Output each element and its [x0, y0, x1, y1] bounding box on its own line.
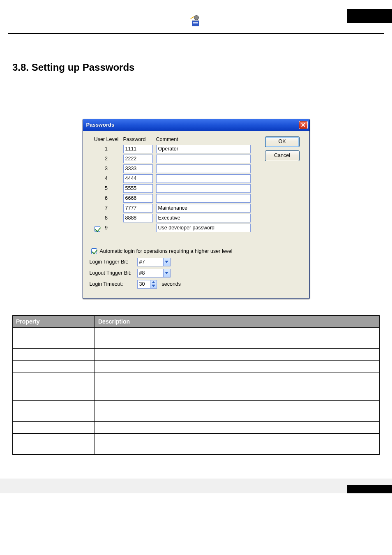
close-icon[interactable] [299, 121, 308, 129]
header-rule [8, 33, 384, 34]
comment-input[interactable] [156, 145, 251, 153]
user-level-label: 4 [105, 176, 108, 181]
password-input[interactable] [123, 174, 153, 183]
col-password: Password [123, 136, 156, 142]
logout-trigger-input[interactable] [137, 269, 164, 278]
prop-name: Password [16, 330, 41, 337]
password-row: 7 [90, 204, 259, 213]
comment-input[interactable] [156, 184, 251, 193]
col-comment: Comment [156, 136, 259, 142]
password-input[interactable] [123, 145, 153, 153]
password-input[interactable] [123, 214, 153, 222]
svg-marker-0 [165, 261, 168, 263]
prop-desc: Check this option so the Password keypad… [98, 375, 369, 390]
prop-desc: If the keypad is set to time-out, it wil… [98, 437, 374, 451]
table-row: Login Trigger Bit The panel sets this bi… [13, 401, 380, 422]
password-row: 1 [90, 145, 259, 153]
prop-name: 9 [16, 363, 19, 370]
intro-paragraph: Select Passwords in Panel menu or click … [12, 86, 380, 111]
comment-input[interactable] [156, 194, 251, 203]
dialog-title: Passwords [86, 122, 115, 128]
password-input[interactable] [123, 155, 153, 163]
prop-desc: The panel sets this bit to 1 when it cha… [98, 424, 332, 431]
user-level-label: 8 [105, 215, 108, 221]
user-level-label: 6 [105, 195, 108, 201]
ok-button[interactable]: OK [265, 136, 300, 147]
login-trigger-input[interactable] [137, 258, 164, 266]
user-level-label: 2 [105, 156, 108, 162]
page-number: 3-44 [190, 483, 202, 489]
seconds-label: seconds [162, 281, 181, 287]
comment-input[interactable] [156, 214, 251, 222]
prop-name: Login Trigger Bit [16, 403, 58, 410]
comment-input[interactable] [156, 204, 251, 213]
auto-login-checkbox[interactable] [91, 248, 97, 254]
level9-checkbox[interactable] [95, 226, 100, 232]
svg-marker-1 [165, 272, 168, 274]
footer-chapter-tab [347, 485, 392, 493]
svg-marker-3 [152, 285, 155, 287]
chapter-tab [347, 9, 392, 23]
comment-input[interactable] [156, 224, 251, 232]
table-row: Login Timeout If the keypad is set to ti… [13, 434, 380, 455]
user-level-label: 1 [105, 146, 108, 152]
table-row: Password Specifies the password. A passw… [13, 327, 380, 348]
auto-login-label: Automatic login for operations requiring… [100, 248, 233, 254]
logout-trigger-label: Logout Trigger Bit: [90, 270, 137, 276]
prop-name: Logout Trigger Bit [16, 424, 62, 431]
prop-desc: Specifies the password. A password is a … [98, 331, 358, 345]
spinner-buttons[interactable] [150, 280, 157, 289]
table-row: Logout Trigger Bit The panel sets this b… [13, 422, 380, 434]
dialog-titlebar[interactable]: Passwords [83, 119, 309, 131]
prop-desc: Check this option so the developer passw… [98, 363, 331, 370]
prop-name: Automatic login for operations requiring… [16, 375, 89, 398]
chevron-down-icon[interactable] [164, 258, 171, 266]
password-row: 2 [90, 155, 259, 163]
table-row: Automatic login for operations requiring… [13, 372, 380, 401]
user-level-label: 9 [105, 225, 108, 231]
login-timeout-label: Login Timeout: [90, 281, 137, 287]
property-table: Property Description Password Specifies … [12, 315, 380, 455]
table-row: 9 Check this option so the developer pas… [13, 360, 380, 372]
table-row: Comment You can make a note here for the… [13, 348, 380, 360]
comment-input[interactable] [156, 155, 251, 163]
cancel-button[interactable]: Cancel [265, 150, 300, 161]
chevron-up-icon[interactable] [152, 280, 155, 284]
passwords-dialog: Passwords User Level Password Comment 1 [83, 119, 310, 299]
login-trigger-label: Login Trigger Bit: [90, 259, 137, 265]
header-app-icon [190, 16, 202, 27]
page-header [0, 0, 392, 37]
prop-desc: You can make a note here for the associa… [98, 351, 240, 358]
th-property: Property [13, 315, 95, 327]
svg-marker-2 [152, 281, 155, 283]
password-input[interactable] [123, 164, 153, 173]
chevron-down-icon[interactable] [152, 284, 155, 288]
user-level-label: 5 [105, 185, 108, 191]
password-row-9: 9 [90, 224, 259, 232]
password-row: 4 [90, 174, 259, 183]
page-footer: 3-44 [0, 479, 392, 493]
password-input[interactable] [123, 204, 153, 213]
prop-desc: The panel sets this bit to 1 when it acc… [98, 404, 361, 418]
chevron-down-icon[interactable] [164, 269, 171, 278]
user-level-label: 7 [105, 205, 108, 211]
password-row: 8 [90, 214, 259, 222]
th-description: Description [95, 315, 380, 327]
prop-name: Login Timeout [16, 436, 52, 443]
comment-input[interactable] [156, 174, 251, 183]
password-row: 5 [90, 184, 259, 193]
password-input[interactable] [123, 194, 153, 203]
user-level-label: 3 [105, 166, 108, 171]
password-row: 6 [90, 194, 259, 203]
comment-input[interactable] [156, 164, 251, 173]
login-timeout-input[interactable] [137, 280, 150, 289]
col-user-level: User Level [90, 136, 123, 142]
password-input[interactable] [123, 184, 153, 193]
password-row: 3 [90, 164, 259, 173]
section-title: 3.8. Setting up Passwords [12, 62, 380, 73]
prop-name: Comment [16, 351, 41, 358]
